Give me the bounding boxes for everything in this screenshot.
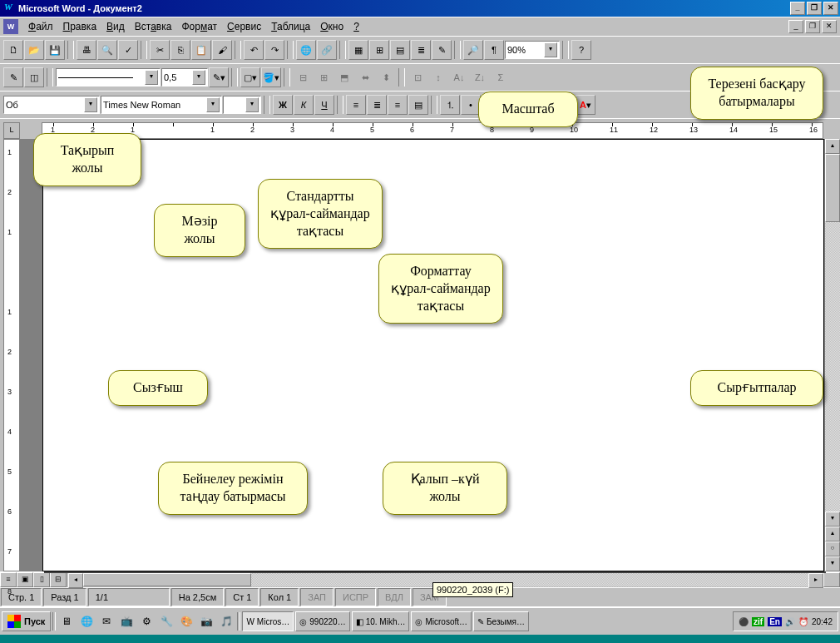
status-trk[interactable]: ИСПР <box>335 588 376 606</box>
columns-button[interactable]: ≣ <box>411 40 431 60</box>
preview-button[interactable]: 🔍 <box>97 40 117 60</box>
line-style-combo[interactable]: ▾ <box>56 68 161 87</box>
tab-selector[interactable]: L <box>3 122 20 139</box>
menu-insert[interactable]: Вставка <box>130 19 177 34</box>
next-page-button[interactable]: ▾ <box>825 556 840 571</box>
new-doc-button[interactable]: 🗋 <box>3 40 23 60</box>
excel-button[interactable]: ▤ <box>390 40 410 60</box>
copy-button[interactable]: ⎘ <box>170 40 190 60</box>
taskbar-task[interactable]: WMicros… <box>242 611 294 631</box>
ql-ie[interactable]: 🌐 <box>77 612 96 631</box>
chevron-down-icon[interactable]: ▾ <box>544 42 557 57</box>
taskbar-task[interactable]: ✎Безымя… <box>473 611 529 631</box>
hyperlink-button[interactable]: 🌐 <box>296 40 316 60</box>
prev-page-button[interactable]: ▴ <box>825 527 840 542</box>
numbering-button[interactable]: ⒈ <box>440 95 460 115</box>
menu-window[interactable]: Окно <box>315 19 348 34</box>
zoom-combo[interactable]: 90% ▾ <box>505 41 560 59</box>
tray-zif-icon[interactable]: zif <box>752 617 764 626</box>
shading-color-button[interactable]: 🪣▾ <box>261 67 281 87</box>
ql-desktop[interactable]: 🖥 <box>57 612 76 631</box>
style-combo[interactable]: Об▾ <box>3 96 100 114</box>
tables-button[interactable]: ▦ <box>348 40 368 60</box>
web-view-button[interactable]: ▣ <box>17 572 33 587</box>
outside-border-button[interactable]: ▢▾ <box>240 67 260 87</box>
hscroll-thumb[interactable] <box>83 573 251 586</box>
show-hide-button[interactable]: ¶ <box>484 40 504 60</box>
bold-button[interactable]: Ж <box>273 95 293 115</box>
scroll-thumb[interactable] <box>825 154 840 222</box>
taskbar-task[interactable]: ◎Microsoft… <box>411 611 472 631</box>
menu-help[interactable]: ? <box>348 19 364 34</box>
italic-button[interactable]: К <box>294 95 314 115</box>
font-combo[interactable]: Times New Roman▾ <box>101 96 222 114</box>
taskbar-task[interactable]: ◧10. Mikh… <box>352 611 410 631</box>
vertical-ruler[interactable]: 12112345678 <box>0 139 21 571</box>
scroll-up-arrow[interactable]: ▴ <box>825 139 840 154</box>
align-right-button[interactable]: ≡ <box>388 95 408 115</box>
align-center-button[interactable]: ≣ <box>367 95 387 115</box>
redo-button[interactable]: ↷ <box>264 40 284 60</box>
menu-edit[interactable]: Правка <box>58 19 102 34</box>
ql-tool2[interactable]: 🔧 <box>157 612 175 631</box>
browse-object-button[interactable]: ○ <box>825 542 840 556</box>
ql-channels[interactable]: 📺 <box>117 612 136 631</box>
format-painter-button[interactable]: 🖌 <box>212 40 232 60</box>
close-button[interactable]: ✕ <box>823 2 838 15</box>
justify-button[interactable]: ▤ <box>408 95 428 115</box>
underline-button[interactable]: Ч <box>314 95 334 115</box>
undo-button[interactable]: ↶ <box>244 40 264 60</box>
border-color-button[interactable]: ✎▾ <box>209 67 229 87</box>
normal-view-button[interactable]: ≡ <box>0 572 17 587</box>
scroll-right-arrow[interactable]: ▸ <box>808 573 823 588</box>
ql-tool5[interactable]: 🎵 <box>217 612 235 631</box>
paste-button[interactable]: 📋 <box>191 40 211 60</box>
font-color-button[interactable]: A▾ <box>576 95 595 115</box>
tray-icon[interactable]: ⚫ <box>739 617 749 626</box>
menu-file[interactable]: Файл <box>23 19 58 34</box>
word-doc-icon[interactable]: W <box>3 19 18 34</box>
menu-table[interactable]: Таблица <box>266 19 315 34</box>
cut-button[interactable]: ✂ <box>150 40 170 60</box>
ql-tool3[interactable]: 🎨 <box>177 612 195 631</box>
ql-tool4[interactable]: 📷 <box>197 612 215 631</box>
font-size-combo[interactable]: ▾ <box>223 96 261 114</box>
doc-close-button[interactable]: ✕ <box>822 20 837 33</box>
tray-icon2[interactable]: ⏰ <box>798 617 808 626</box>
drawing-button[interactable]: ✎ <box>432 40 452 60</box>
print-layout-button[interactable]: ▯ <box>33 572 50 587</box>
save-button[interactable]: 💾 <box>45 40 65 60</box>
doc-minimize-button[interactable]: _ <box>788 20 803 33</box>
open-button[interactable]: 📂 <box>24 40 44 60</box>
insert-table-button[interactable]: ⊞ <box>369 40 389 60</box>
menu-tools[interactable]: Сервис <box>222 19 266 34</box>
print-button[interactable]: 🖶 <box>77 40 96 60</box>
doc-map-button[interactable]: 🔎 <box>463 40 483 60</box>
maximize-button[interactable]: ❐ <box>807 2 822 15</box>
status-ext[interactable]: ВДЛ <box>378 588 411 606</box>
scroll-left-arrow[interactable]: ◂ <box>68 573 83 588</box>
eraser-button[interactable]: ◫ <box>24 67 44 87</box>
help-button[interactable]: ? <box>571 40 591 60</box>
status-rec[interactable]: ЗАП <box>300 588 334 606</box>
web-toolbar-button[interactable]: 🔗 <box>317 40 337 60</box>
system-tray[interactable]: ⚫ zif En 🔊 ⏰ 20:42 <box>733 611 838 631</box>
menu-format[interactable]: Формат <box>176 19 222 34</box>
ql-tool1[interactable]: ⚙ <box>137 612 156 631</box>
horizontal-ruler[interactable]: 121123456789101112131415161718 <box>42 122 823 139</box>
outline-view-button[interactable]: ⊟ <box>50 572 67 587</box>
start-button[interactable]: Пуск <box>2 611 51 631</box>
spellcheck-button[interactable]: ✓ <box>118 40 138 60</box>
taskbar-task[interactable]: ◎990220… <box>295 611 349 631</box>
minimize-button[interactable]: _ <box>790 2 805 15</box>
scroll-down-arrow[interactable]: ▾ <box>825 512 840 527</box>
vertical-scrollbar[interactable]: ▴ ▾ ▴ ○ ▾ <box>824 139 840 571</box>
align-left-button[interactable]: ≡ <box>346 95 366 115</box>
tray-lang[interactable]: En <box>768 617 782 626</box>
menu-view[interactable]: Вид <box>101 19 130 34</box>
line-weight-combo[interactable]: 0,5▾ <box>161 68 208 87</box>
doc-restore-button[interactable]: ❐ <box>805 20 820 33</box>
tray-vol-icon[interactable]: 🔊 <box>785 617 795 626</box>
draw-table-button[interactable]: ✎ <box>3 67 23 87</box>
ql-oe[interactable]: ✉ <box>97 612 116 631</box>
